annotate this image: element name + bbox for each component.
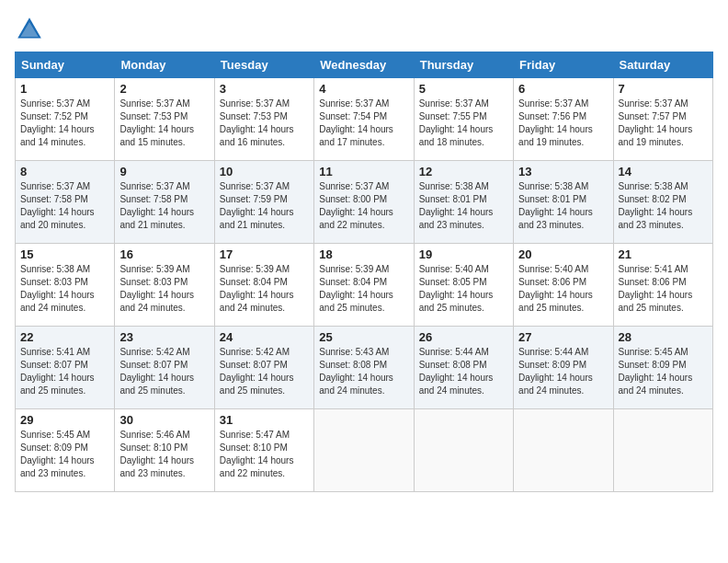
header-day-tuesday: Tuesday — [214, 52, 313, 78]
day-cell: 9Sunrise: 5:37 AM Sunset: 7:58 PM Daylig… — [115, 161, 214, 244]
day-info: Sunrise: 5:39 AM Sunset: 8:03 PM Dayligh… — [119, 263, 209, 315]
day-number: 16 — [119, 247, 209, 261]
week-row-5: 29Sunrise: 5:45 AM Sunset: 8:09 PM Dayli… — [16, 409, 713, 492]
day-cell — [514, 409, 613, 492]
header-day-thursday: Thursday — [414, 52, 513, 78]
day-info: Sunrise: 5:37 AM Sunset: 7:53 PM Dayligh… — [220, 98, 309, 149]
day-info: Sunrise: 5:39 AM Sunset: 8:04 PM Dayligh… — [220, 263, 309, 315]
header-day-wednesday: Wednesday — [314, 52, 414, 78]
day-cell: 27Sunrise: 5:44 AM Sunset: 8:09 PM Dayli… — [514, 327, 613, 409]
day-cell — [414, 409, 513, 492]
day-info: Sunrise: 5:37 AM Sunset: 7:58 PM Dayligh… — [119, 180, 209, 232]
day-cell: 25Sunrise: 5:43 AM Sunset: 8:08 PM Dayli… — [314, 327, 414, 409]
day-number: 29 — [20, 413, 109, 427]
day-cell: 16Sunrise: 5:39 AM Sunset: 8:03 PM Dayli… — [115, 244, 214, 327]
day-number: 5 — [419, 82, 508, 96]
day-number: 8 — [20, 165, 109, 178]
day-info: Sunrise: 5:43 AM Sunset: 8:08 PM Dayligh… — [319, 346, 408, 397]
logo-icon — [15, 15, 44, 44]
day-number: 10 — [220, 165, 309, 178]
day-cell: 29Sunrise: 5:45 AM Sunset: 8:09 PM Dayli… — [16, 409, 115, 492]
day-number: 6 — [518, 82, 608, 96]
week-row-1: 1Sunrise: 5:37 AM Sunset: 7:52 PM Daylig… — [16, 78, 713, 161]
day-cell: 19Sunrise: 5:40 AM Sunset: 8:05 PM Dayli… — [414, 244, 513, 327]
day-number: 2 — [119, 82, 209, 96]
day-info: Sunrise: 5:37 AM Sunset: 7:54 PM Dayligh… — [319, 98, 408, 149]
day-info: Sunrise: 5:37 AM Sunset: 7:55 PM Dayligh… — [419, 98, 508, 149]
week-row-2: 8Sunrise: 5:37 AM Sunset: 7:58 PM Daylig… — [16, 161, 713, 244]
day-info: Sunrise: 5:42 AM Sunset: 8:07 PM Dayligh… — [119, 346, 209, 397]
day-cell: 17Sunrise: 5:39 AM Sunset: 8:04 PM Dayli… — [214, 244, 313, 327]
header-day-sunday: Sunday — [16, 52, 115, 78]
day-cell: 20Sunrise: 5:40 AM Sunset: 8:06 PM Dayli… — [514, 244, 613, 327]
day-info: Sunrise: 5:45 AM Sunset: 8:09 PM Dayligh… — [619, 346, 708, 397]
day-number: 9 — [119, 165, 209, 178]
day-info: Sunrise: 5:39 AM Sunset: 8:04 PM Dayligh… — [319, 263, 408, 315]
day-cell: 28Sunrise: 5:45 AM Sunset: 8:09 PM Dayli… — [613, 327, 712, 409]
week-row-3: 15Sunrise: 5:38 AM Sunset: 8:03 PM Dayli… — [16, 244, 713, 327]
day-cell: 7Sunrise: 5:37 AM Sunset: 7:57 PM Daylig… — [613, 78, 712, 161]
day-cell — [314, 409, 414, 492]
day-cell — [613, 409, 712, 492]
day-info: Sunrise: 5:44 AM Sunset: 8:09 PM Dayligh… — [518, 346, 608, 397]
day-number: 31 — [220, 413, 309, 427]
day-cell: 26Sunrise: 5:44 AM Sunset: 8:08 PM Dayli… — [414, 327, 513, 409]
day-cell: 15Sunrise: 5:38 AM Sunset: 8:03 PM Dayli… — [16, 244, 115, 327]
day-cell: 5Sunrise: 5:37 AM Sunset: 7:55 PM Daylig… — [414, 78, 513, 161]
day-cell: 3Sunrise: 5:37 AM Sunset: 7:53 PM Daylig… — [214, 78, 313, 161]
header-day-friday: Friday — [514, 52, 613, 78]
header-row: SundayMondayTuesdayWednesdayThursdayFrid… — [16, 52, 713, 78]
day-number: 22 — [20, 330, 109, 344]
day-cell: 8Sunrise: 5:37 AM Sunset: 7:58 PM Daylig… — [16, 161, 115, 244]
day-info: Sunrise: 5:37 AM Sunset: 7:59 PM Dayligh… — [220, 180, 309, 232]
day-info: Sunrise: 5:37 AM Sunset: 7:53 PM Dayligh… — [119, 98, 209, 149]
day-info: Sunrise: 5:38 AM Sunset: 8:01 PM Dayligh… — [518, 180, 608, 232]
day-cell: 1Sunrise: 5:37 AM Sunset: 7:52 PM Daylig… — [16, 78, 115, 161]
day-info: Sunrise: 5:41 AM Sunset: 8:07 PM Dayligh… — [20, 346, 109, 397]
header-day-saturday: Saturday — [613, 52, 712, 78]
day-info: Sunrise: 5:45 AM Sunset: 8:09 PM Dayligh… — [20, 429, 109, 480]
day-number: 3 — [220, 82, 309, 96]
day-info: Sunrise: 5:40 AM Sunset: 8:06 PM Dayligh… — [518, 263, 608, 315]
day-number: 15 — [20, 247, 109, 261]
day-number: 28 — [619, 330, 708, 344]
day-cell: 11Sunrise: 5:37 AM Sunset: 8:00 PM Dayli… — [314, 161, 414, 244]
day-info: Sunrise: 5:47 AM Sunset: 8:10 PM Dayligh… — [220, 429, 309, 480]
day-number: 20 — [518, 247, 608, 261]
header-day-monday: Monday — [115, 52, 214, 78]
week-row-4: 22Sunrise: 5:41 AM Sunset: 8:07 PM Dayli… — [16, 327, 713, 409]
day-number: 19 — [419, 247, 508, 261]
day-info: Sunrise: 5:40 AM Sunset: 8:05 PM Dayligh… — [419, 263, 508, 315]
day-cell: 14Sunrise: 5:38 AM Sunset: 8:02 PM Dayli… — [613, 161, 712, 244]
day-number: 4 — [319, 82, 408, 96]
day-info: Sunrise: 5:37 AM Sunset: 7:56 PM Dayligh… — [518, 98, 608, 149]
day-info: Sunrise: 5:38 AM Sunset: 8:03 PM Dayligh… — [20, 263, 109, 315]
day-cell: 12Sunrise: 5:38 AM Sunset: 8:01 PM Dayli… — [414, 161, 513, 244]
day-number: 12 — [419, 165, 508, 178]
day-info: Sunrise: 5:37 AM Sunset: 7:52 PM Dayligh… — [20, 98, 109, 149]
day-cell: 6Sunrise: 5:37 AM Sunset: 7:56 PM Daylig… — [514, 78, 613, 161]
calendar-table: SundayMondayTuesdayWednesdayThursdayFrid… — [15, 52, 713, 492]
day-cell: 10Sunrise: 5:37 AM Sunset: 7:59 PM Dayli… — [214, 161, 313, 244]
day-number: 27 — [518, 330, 608, 344]
day-cell: 23Sunrise: 5:42 AM Sunset: 8:07 PM Dayli… — [115, 327, 214, 409]
day-info: Sunrise: 5:42 AM Sunset: 8:07 PM Dayligh… — [220, 346, 309, 397]
day-number: 30 — [119, 413, 209, 427]
day-cell: 30Sunrise: 5:46 AM Sunset: 8:10 PM Dayli… — [115, 409, 214, 492]
day-number: 17 — [220, 247, 309, 261]
day-info: Sunrise: 5:38 AM Sunset: 8:01 PM Dayligh… — [419, 180, 508, 232]
day-number: 7 — [619, 82, 708, 96]
day-info: Sunrise: 5:37 AM Sunset: 8:00 PM Dayligh… — [319, 180, 408, 232]
day-number: 1 — [20, 82, 109, 96]
day-cell: 24Sunrise: 5:42 AM Sunset: 8:07 PM Dayli… — [214, 327, 313, 409]
day-info: Sunrise: 5:37 AM Sunset: 7:57 PM Dayligh… — [619, 98, 708, 149]
day-info: Sunrise: 5:44 AM Sunset: 8:08 PM Dayligh… — [419, 346, 508, 397]
day-number: 14 — [619, 165, 708, 178]
page-header — [15, 15, 713, 44]
day-number: 25 — [319, 330, 408, 344]
day-cell: 13Sunrise: 5:38 AM Sunset: 8:01 PM Dayli… — [514, 161, 613, 244]
day-cell: 22Sunrise: 5:41 AM Sunset: 8:07 PM Dayli… — [16, 327, 115, 409]
day-cell: 2Sunrise: 5:37 AM Sunset: 7:53 PM Daylig… — [115, 78, 214, 161]
day-cell: 4Sunrise: 5:37 AM Sunset: 7:54 PM Daylig… — [314, 78, 414, 161]
day-number: 13 — [518, 165, 608, 178]
